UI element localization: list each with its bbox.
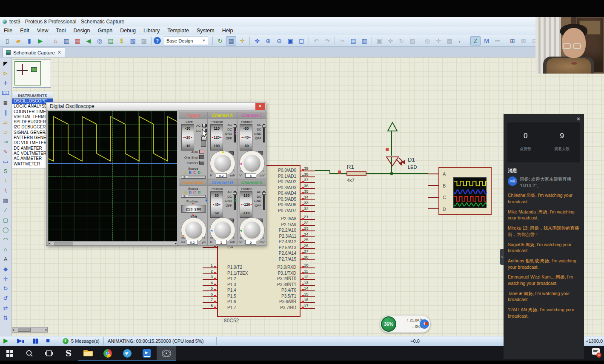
chip-pin-25[interactable]: 25 (301, 239, 317, 245)
position-slider[interactable]: -130◄-120►-110 (240, 191, 252, 218)
chrome-icon[interactable] (98, 346, 117, 361)
chip-pin-24[interactable]: 24 (301, 233, 317, 239)
block-pin-a[interactable]: A (443, 171, 446, 176)
home-page-icon[interactable]: ⌂ (50, 36, 60, 46)
netlist-transfer-icon[interactable]: ▨ (139, 36, 149, 46)
pick-device-icon[interactable]: ◎ (422, 36, 432, 46)
chip-pin-37[interactable]: 37 (301, 179, 317, 185)
scale-knob[interactable]: ◄ (239, 217, 265, 243)
pan-icon[interactable]: ✜ (252, 36, 262, 46)
scale-knob[interactable]: ◄ (210, 217, 235, 243)
chip-pin-1[interactable]: 1 (202, 264, 218, 270)
message-count[interactable]: 5 Message(s) (71, 338, 100, 344)
chip-pin-11[interactable]: 11 (301, 270, 317, 276)
chip-pin-32[interactable]: 32 (301, 208, 317, 213)
bill-of-materials-icon[interactable]: $ (117, 36, 127, 46)
resistor-r1[interactable] (346, 171, 366, 176)
file-explorer-icon[interactable] (78, 346, 98, 361)
zoom-in-icon[interactable]: ⊕ (263, 36, 273, 46)
horizontal-position[interactable]: 210 200 190 (181, 205, 206, 213)
chip-pin-39[interactable]: 39 (301, 168, 317, 173)
start-button[interactable] (0, 346, 20, 361)
menu-system[interactable]: System (193, 27, 218, 34)
bom-report-icon[interactable]: ▤ (106, 36, 116, 46)
origin-icon[interactable]: ✛ (237, 36, 247, 46)
chat-collapse-handle[interactable]: < (500, 249, 504, 265)
trigger-source-slider[interactable] (181, 176, 206, 179)
osc-button-auto[interactable] (199, 150, 204, 154)
info-icon[interactable]: i (63, 338, 69, 344)
position-slider[interactable]: -30◄-20►-10 (181, 124, 194, 151)
electrical-rule-check-icon[interactable]: ▧ (128, 36, 138, 46)
position-slider[interactable]: 30◄40►50 (210, 191, 223, 218)
task-view-icon[interactable] (39, 346, 59, 361)
zoom-area-icon[interactable]: ▣ (285, 36, 295, 46)
chip-pin-7[interactable]: 7 (202, 299, 218, 304)
position-slider[interactable]: -50◄-40►-30 (240, 124, 252, 151)
chip-pin-22[interactable]: 22 (301, 222, 317, 228)
video-app-icon[interactable]: ▶ (137, 346, 157, 361)
block-move-icon[interactable]: ✜ (385, 36, 395, 46)
coupling-switch[interactable] (263, 191, 265, 210)
tab-close-icon[interactable]: ✕ (57, 50, 61, 55)
netspeed-overlay[interactable]: 36% ↑ 21.8K/s ↓ 0K/s + (380, 316, 430, 333)
search-icon[interactable] (20, 346, 39, 361)
menu-template[interactable]: Template (163, 27, 193, 34)
undo-icon[interactable]: ↶ (311, 36, 321, 46)
menu-tool[interactable]: Tool (52, 27, 70, 34)
horizontal-source-slider[interactable] (181, 195, 206, 198)
osc-button-cursors[interactable] (199, 161, 204, 165)
chip-pin-28[interactable]: 28 (301, 256, 317, 262)
play-button[interactable]: ▶ (3, 337, 9, 344)
chip-pin-16[interactable]: 16 (301, 299, 317, 304)
remove-sheet-icon[interactable]: ⊠ (518, 36, 529, 46)
chip-pin-15[interactable]: 15 (301, 293, 317, 299)
tab-schematic-capture[interactable]: Schematic Capture ✕ (2, 48, 65, 57)
screen-recorder-icon[interactable]: S (59, 346, 78, 361)
import-project-icon[interactable]: ▶ (35, 36, 46, 46)
trigger-ac-toggle[interactable] (202, 124, 207, 127)
block-delete-icon[interactable]: ▨ (407, 36, 418, 46)
copy-icon[interactable]: ▤ (348, 36, 358, 46)
chip-pin-3[interactable]: 3 (202, 276, 218, 282)
chip-pin-4[interactable]: 4 (202, 282, 218, 287)
oscilloscope-window[interactable]: Digital Oscilloscope ✕ Trigger Level -30… (46, 102, 266, 246)
chip-pin-13[interactable]: 13 (301, 282, 317, 287)
menu-edit[interactable]: Edit (16, 27, 33, 34)
chip-pin-2[interactable]: 2 (202, 270, 218, 276)
chip-pin-35[interactable]: 35 (301, 191, 317, 196)
design-combo[interactable]: Base Design▼ (164, 37, 208, 45)
paste-icon[interactable]: ▥ (359, 36, 369, 46)
scale-knob[interactable]: ◄ (239, 151, 265, 176)
chip-pin-6[interactable]: 6 (202, 293, 218, 299)
overview-window[interactable] (13, 60, 51, 88)
block-pin-d[interactable]: D (443, 207, 446, 212)
chip-pin-17[interactable]: 17 (301, 305, 317, 310)
property-assignment-icon[interactable]: ≔ (492, 36, 503, 46)
proteus-icon[interactable] (157, 346, 176, 361)
gerber-viewer-icon[interactable]: ◎ (94, 36, 105, 46)
search-and-tag-icon[interactable]: M (481, 36, 492, 46)
add-icon[interactable]: + (420, 319, 429, 329)
menu-design[interactable]: Design (70, 27, 94, 34)
block-rotate-icon[interactable]: ↻ (396, 36, 406, 46)
pause-button[interactable]: ▮▮ (32, 337, 38, 344)
save-design-icon[interactable]: ▮ (24, 36, 34, 46)
chip-pin-23[interactable]: 23 (301, 228, 317, 233)
scroll-left-icon[interactable]: ◂ (12, 328, 14, 332)
position-slider[interactable]: 110◄120►130 (210, 124, 223, 151)
new-design-icon[interactable]: ▯ (2, 36, 12, 46)
redraw-icon[interactable]: ↻ (215, 36, 225, 46)
chip-pin-26[interactable]: 26 (301, 245, 317, 250)
chip-pin-34[interactable]: 34 (301, 196, 317, 202)
chip-pin-21[interactable]: 21 (301, 216, 317, 222)
menu-file[interactable]: File (0, 27, 16, 34)
menu-graph[interactable]: Graph (94, 27, 116, 34)
chip-pin-10[interactable]: 10 (301, 264, 317, 270)
stop-button[interactable]: ■ (46, 337, 50, 344)
zoom-full-icon[interactable]: ▢ (296, 36, 306, 46)
step-button[interactable]: ▶▮ (17, 337, 24, 344)
wire-autorouter-icon[interactable]: Z (470, 36, 481, 46)
notification-icon[interactable]: 4 (590, 348, 600, 357)
block-pin-b[interactable]: B (443, 183, 446, 188)
